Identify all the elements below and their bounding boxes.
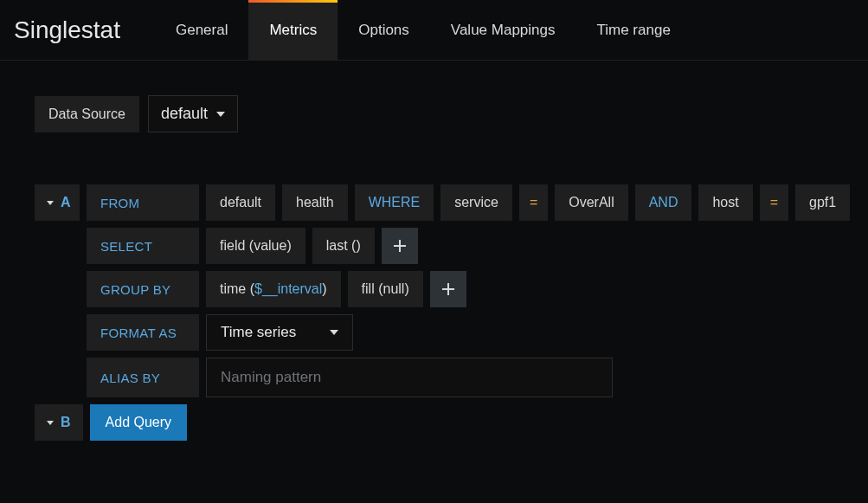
query-list: A FROM default health WHERE service = Ov… bbox=[35, 184, 833, 441]
from-measurement[interactable]: health bbox=[282, 184, 348, 221]
panel-editor-header: Singlestat General Metrics Options Value… bbox=[0, 0, 868, 61]
from-policy[interactable]: default bbox=[206, 184, 275, 221]
query-b-toggle[interactable]: B bbox=[35, 404, 83, 441]
tab-metrics[interactable]: Metrics bbox=[248, 0, 338, 60]
tab-time-range[interactable]: Time range bbox=[575, 0, 691, 60]
formatas-value: Time series bbox=[221, 324, 296, 341]
plus-icon bbox=[442, 283, 454, 295]
query-letter-a: A bbox=[61, 195, 71, 210]
where-conj-1[interactable]: AND bbox=[635, 184, 692, 221]
where-tag-op-1[interactable]: = bbox=[760, 184, 788, 221]
tab-general[interactable]: General bbox=[155, 0, 248, 60]
aliasby-input[interactable] bbox=[206, 358, 613, 397]
select-add-button[interactable] bbox=[382, 228, 418, 264]
where-tag-op-0[interactable]: = bbox=[519, 184, 548, 221]
query-letter-b: B bbox=[61, 415, 71, 430]
caret-down-icon bbox=[216, 112, 225, 117]
query-a-from-row: A FROM default health WHERE service = Ov… bbox=[35, 184, 833, 221]
query-a-body: SELECT field (value) last () GROUP BY ti… bbox=[87, 228, 833, 397]
plus-icon bbox=[394, 240, 406, 252]
where-tag-key-0[interactable]: service bbox=[440, 184, 512, 221]
query-a-format-row: FORMAT AS Time series bbox=[87, 314, 833, 351]
datasource-label: Data Source bbox=[35, 96, 139, 132]
add-query-button[interactable]: Add Query bbox=[90, 404, 187, 441]
datasource-row: Data Source default bbox=[35, 95, 833, 132]
panel-title: Singlestat bbox=[14, 16, 120, 44]
query-a-alias-row: ALIAS BY bbox=[87, 358, 833, 397]
query-a-select-row: SELECT field (value) last () bbox=[87, 228, 833, 264]
caret-down-icon bbox=[47, 201, 54, 205]
caret-down-icon bbox=[47, 421, 54, 425]
select-keyword: SELECT bbox=[87, 228, 199, 264]
groupby-time[interactable]: time ($__interval) bbox=[206, 271, 341, 307]
where-tag-value-1[interactable]: gpf1 bbox=[795, 184, 850, 221]
query-a-groupby-row: GROUP BY time ($__interval) fill (null) bbox=[87, 271, 833, 307]
tab-options[interactable]: Options bbox=[338, 0, 430, 60]
groupby-fill[interactable]: fill (null) bbox=[348, 271, 423, 307]
query-a-toggle[interactable]: A bbox=[35, 184, 80, 221]
where-keyword: WHERE bbox=[355, 184, 434, 221]
query-b-row: B Add Query bbox=[35, 404, 833, 441]
where-tag-key-1[interactable]: host bbox=[698, 184, 752, 221]
datasource-value: default bbox=[161, 105, 208, 123]
groupby-add-button[interactable] bbox=[430, 271, 466, 307]
groupby-keyword: GROUP BY bbox=[87, 271, 199, 307]
select-agg[interactable]: last () bbox=[312, 228, 375, 264]
where-tag-value-0[interactable]: OverAll bbox=[555, 184, 627, 221]
caret-down-icon bbox=[330, 330, 338, 335]
formatas-select[interactable]: Time series bbox=[206, 314, 353, 351]
editor-tabs: General Metrics Options Value Mappings T… bbox=[155, 0, 691, 60]
select-field[interactable]: field (value) bbox=[206, 228, 305, 264]
tab-value-mappings[interactable]: Value Mappings bbox=[430, 0, 576, 60]
metrics-editor: Data Source default A FROM default healt… bbox=[0, 61, 868, 458]
datasource-select[interactable]: default bbox=[148, 95, 238, 132]
aliasby-keyword: ALIAS BY bbox=[87, 358, 199, 397]
from-keyword: FROM bbox=[87, 184, 199, 221]
formatas-keyword: FORMAT AS bbox=[87, 314, 199, 351]
